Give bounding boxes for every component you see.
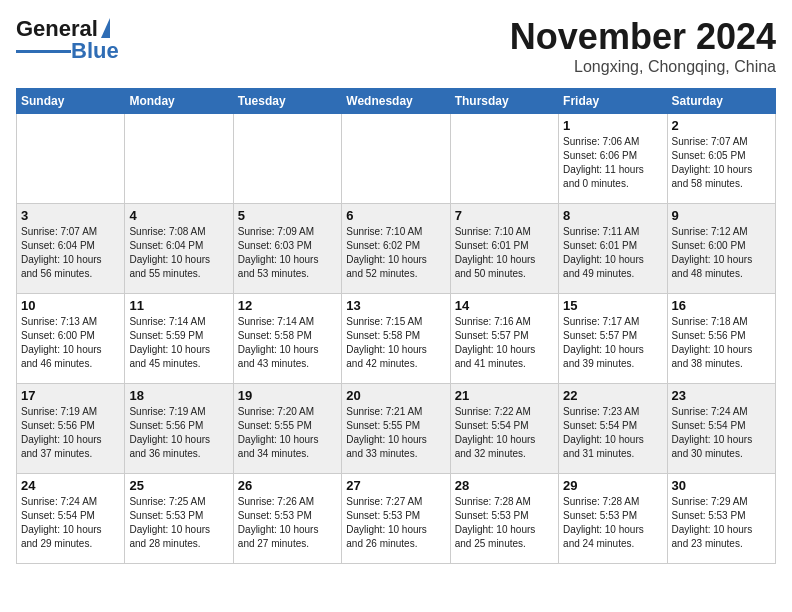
calendar-cell: [233, 114, 341, 204]
day-number: 12: [238, 298, 337, 313]
calendar-row-0: 1Sunrise: 7:06 AM Sunset: 6:06 PM Daylig…: [17, 114, 776, 204]
day-info: Sunrise: 7:29 AM Sunset: 5:53 PM Dayligh…: [672, 495, 771, 551]
calendar-cell: [17, 114, 125, 204]
calendar-cell: 11Sunrise: 7:14 AM Sunset: 5:59 PM Dayli…: [125, 294, 233, 384]
calendar-table: SundayMondayTuesdayWednesdayThursdayFrid…: [16, 88, 776, 564]
day-info: Sunrise: 7:14 AM Sunset: 5:58 PM Dayligh…: [238, 315, 337, 371]
calendar-cell: 13Sunrise: 7:15 AM Sunset: 5:58 PM Dayli…: [342, 294, 450, 384]
day-info: Sunrise: 7:09 AM Sunset: 6:03 PM Dayligh…: [238, 225, 337, 281]
day-number: 6: [346, 208, 445, 223]
page-header: General Blue November 2024 Longxing, Cho…: [16, 16, 776, 76]
day-number: 4: [129, 208, 228, 223]
month-title: November 2024: [510, 16, 776, 58]
day-info: Sunrise: 7:07 AM Sunset: 6:04 PM Dayligh…: [21, 225, 120, 281]
calendar-cell: 28Sunrise: 7:28 AM Sunset: 5:53 PM Dayli…: [450, 474, 558, 564]
day-info: Sunrise: 7:28 AM Sunset: 5:53 PM Dayligh…: [563, 495, 662, 551]
day-info: Sunrise: 7:08 AM Sunset: 6:04 PM Dayligh…: [129, 225, 228, 281]
day-number: 1: [563, 118, 662, 133]
calendar-cell: 10Sunrise: 7:13 AM Sunset: 6:00 PM Dayli…: [17, 294, 125, 384]
day-number: 21: [455, 388, 554, 403]
calendar-cell: 27Sunrise: 7:27 AM Sunset: 5:53 PM Dayli…: [342, 474, 450, 564]
day-number: 2: [672, 118, 771, 133]
calendar-row-2: 10Sunrise: 7:13 AM Sunset: 6:00 PM Dayli…: [17, 294, 776, 384]
calendar-cell: 1Sunrise: 7:06 AM Sunset: 6:06 PM Daylig…: [559, 114, 667, 204]
title-block: November 2024 Longxing, Chongqing, China: [510, 16, 776, 76]
day-number: 23: [672, 388, 771, 403]
calendar-cell: 8Sunrise: 7:11 AM Sunset: 6:01 PM Daylig…: [559, 204, 667, 294]
weekday-header-friday: Friday: [559, 89, 667, 114]
day-info: Sunrise: 7:26 AM Sunset: 5:53 PM Dayligh…: [238, 495, 337, 551]
day-number: 9: [672, 208, 771, 223]
day-info: Sunrise: 7:15 AM Sunset: 5:58 PM Dayligh…: [346, 315, 445, 371]
logo-underline: [16, 50, 71, 53]
calendar-cell: 20Sunrise: 7:21 AM Sunset: 5:55 PM Dayli…: [342, 384, 450, 474]
day-info: Sunrise: 7:23 AM Sunset: 5:54 PM Dayligh…: [563, 405, 662, 461]
weekday-header-wednesday: Wednesday: [342, 89, 450, 114]
logo: General Blue: [16, 16, 119, 64]
day-info: Sunrise: 7:24 AM Sunset: 5:54 PM Dayligh…: [672, 405, 771, 461]
day-number: 20: [346, 388, 445, 403]
calendar-cell: 2Sunrise: 7:07 AM Sunset: 6:05 PM Daylig…: [667, 114, 775, 204]
calendar-row-4: 24Sunrise: 7:24 AM Sunset: 5:54 PM Dayli…: [17, 474, 776, 564]
weekday-header-tuesday: Tuesday: [233, 89, 341, 114]
day-info: Sunrise: 7:14 AM Sunset: 5:59 PM Dayligh…: [129, 315, 228, 371]
calendar-cell: 16Sunrise: 7:18 AM Sunset: 5:56 PM Dayli…: [667, 294, 775, 384]
day-number: 10: [21, 298, 120, 313]
calendar-cell: 29Sunrise: 7:28 AM Sunset: 5:53 PM Dayli…: [559, 474, 667, 564]
day-number: 18: [129, 388, 228, 403]
day-number: 11: [129, 298, 228, 313]
day-number: 17: [21, 388, 120, 403]
calendar-cell: 30Sunrise: 7:29 AM Sunset: 5:53 PM Dayli…: [667, 474, 775, 564]
calendar-cell: [342, 114, 450, 204]
day-number: 8: [563, 208, 662, 223]
day-number: 3: [21, 208, 120, 223]
calendar-cell: 14Sunrise: 7:16 AM Sunset: 5:57 PM Dayli…: [450, 294, 558, 384]
day-info: Sunrise: 7:18 AM Sunset: 5:56 PM Dayligh…: [672, 315, 771, 371]
calendar-cell: 3Sunrise: 7:07 AM Sunset: 6:04 PM Daylig…: [17, 204, 125, 294]
day-info: Sunrise: 7:13 AM Sunset: 6:00 PM Dayligh…: [21, 315, 120, 371]
day-number: 14: [455, 298, 554, 313]
day-number: 7: [455, 208, 554, 223]
calendar-row-1: 3Sunrise: 7:07 AM Sunset: 6:04 PM Daylig…: [17, 204, 776, 294]
day-number: 25: [129, 478, 228, 493]
day-info: Sunrise: 7:25 AM Sunset: 5:53 PM Dayligh…: [129, 495, 228, 551]
day-info: Sunrise: 7:20 AM Sunset: 5:55 PM Dayligh…: [238, 405, 337, 461]
calendar-cell: 4Sunrise: 7:08 AM Sunset: 6:04 PM Daylig…: [125, 204, 233, 294]
weekday-header-saturday: Saturday: [667, 89, 775, 114]
calendar-cell: 6Sunrise: 7:10 AM Sunset: 6:02 PM Daylig…: [342, 204, 450, 294]
calendar-cell: 22Sunrise: 7:23 AM Sunset: 5:54 PM Dayli…: [559, 384, 667, 474]
day-info: Sunrise: 7:07 AM Sunset: 6:05 PM Dayligh…: [672, 135, 771, 191]
calendar-cell: 15Sunrise: 7:17 AM Sunset: 5:57 PM Dayli…: [559, 294, 667, 384]
weekday-header-thursday: Thursday: [450, 89, 558, 114]
calendar-cell: 21Sunrise: 7:22 AM Sunset: 5:54 PM Dayli…: [450, 384, 558, 474]
day-info: Sunrise: 7:19 AM Sunset: 5:56 PM Dayligh…: [21, 405, 120, 461]
day-info: Sunrise: 7:10 AM Sunset: 6:01 PM Dayligh…: [455, 225, 554, 281]
day-info: Sunrise: 7:16 AM Sunset: 5:57 PM Dayligh…: [455, 315, 554, 371]
day-info: Sunrise: 7:11 AM Sunset: 6:01 PM Dayligh…: [563, 225, 662, 281]
day-number: 15: [563, 298, 662, 313]
day-info: Sunrise: 7:12 AM Sunset: 6:00 PM Dayligh…: [672, 225, 771, 281]
calendar-cell: 26Sunrise: 7:26 AM Sunset: 5:53 PM Dayli…: [233, 474, 341, 564]
calendar-row-3: 17Sunrise: 7:19 AM Sunset: 5:56 PM Dayli…: [17, 384, 776, 474]
day-number: 26: [238, 478, 337, 493]
day-number: 13: [346, 298, 445, 313]
day-info: Sunrise: 7:19 AM Sunset: 5:56 PM Dayligh…: [129, 405, 228, 461]
day-number: 19: [238, 388, 337, 403]
day-number: 24: [21, 478, 120, 493]
weekday-header-monday: Monday: [125, 89, 233, 114]
day-number: 28: [455, 478, 554, 493]
day-number: 27: [346, 478, 445, 493]
calendar-cell: 23Sunrise: 7:24 AM Sunset: 5:54 PM Dayli…: [667, 384, 775, 474]
day-info: Sunrise: 7:28 AM Sunset: 5:53 PM Dayligh…: [455, 495, 554, 551]
weekday-header-row: SundayMondayTuesdayWednesdayThursdayFrid…: [17, 89, 776, 114]
calendar-cell: [125, 114, 233, 204]
day-info: Sunrise: 7:21 AM Sunset: 5:55 PM Dayligh…: [346, 405, 445, 461]
calendar-cell: 25Sunrise: 7:25 AM Sunset: 5:53 PM Dayli…: [125, 474, 233, 564]
day-info: Sunrise: 7:17 AM Sunset: 5:57 PM Dayligh…: [563, 315, 662, 371]
logo-triangle-icon: [101, 18, 110, 38]
day-number: 16: [672, 298, 771, 313]
day-info: Sunrise: 7:27 AM Sunset: 5:53 PM Dayligh…: [346, 495, 445, 551]
day-info: Sunrise: 7:06 AM Sunset: 6:06 PM Dayligh…: [563, 135, 662, 191]
calendar-cell: 7Sunrise: 7:10 AM Sunset: 6:01 PM Daylig…: [450, 204, 558, 294]
calendar-cell: 5Sunrise: 7:09 AM Sunset: 6:03 PM Daylig…: [233, 204, 341, 294]
